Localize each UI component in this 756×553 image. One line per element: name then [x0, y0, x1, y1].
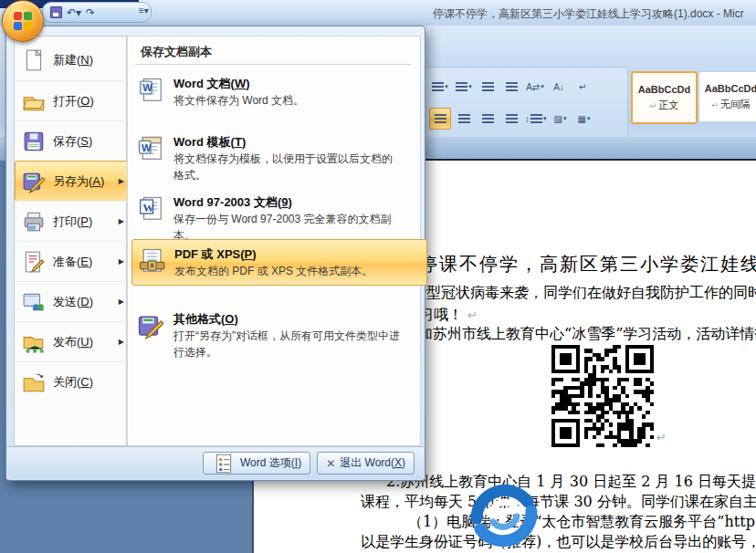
office-menu: 新建(N)打开(O)保存(S)另存为(A)▶打印(P)▶准备(E)▶发送(D)▶…: [5, 26, 425, 481]
menu-item-准备[interactable]: 准备(E)▶: [16, 241, 130, 281]
asian-layout-button[interactable]: A⇄▾: [524, 76, 546, 98]
multilevel-list-button[interactable]: ▾: [453, 76, 475, 98]
decrease-indent-button[interactable]: [477, 76, 499, 98]
doc-paragraph: （1）电脑端：登录“太仓市智慧教育云服务平台”http://www.: [408, 513, 756, 532]
send-icon: [22, 290, 46, 314]
menu-item-保存[interactable]: 保存(S): [16, 120, 130, 161]
exit-word-button[interactable]: ✕退出 Word(X): [317, 452, 415, 475]
save-as-option-5[interactable]: 其他格式(O)打开“另存为”对话框，从所有可用文件类型中进行选择。: [131, 305, 425, 366]
option-title: PDF 或 XPS(P): [174, 245, 373, 263]
redo-icon[interactable]: ↷: [86, 7, 95, 18]
doc-paragraph: 新型冠状病毒来袭，同学们在做好自我防护工作的同时，可以: [412, 284, 756, 303]
save-copy-header: 保存文档副本: [141, 44, 212, 60]
word-97-document-icon: W: [137, 195, 164, 223]
paragraph-mark: ↵: [711, 100, 719, 110]
menu-item-label: 发送(D): [53, 294, 93, 310]
title-bar: ↶▾ ↷ ≡▾ 停课不停学，高新区第三小学娄江娃线上学习攻略(1).docx -…: [0, 0, 756, 26]
align-left-button[interactable]: [429, 108, 451, 130]
office-menu-footer: Word 选项(I)✕退出 Word(X): [7, 446, 424, 479]
window-title: 停课不停学，高新区第三小学娄江娃线上学习攻略(1).docx - Micr: [433, 6, 744, 22]
save-icon[interactable]: [50, 6, 62, 18]
word-document-icon: W: [137, 77, 164, 104]
menu-item-label: 保存(S): [53, 133, 92, 150]
numbered-list-button[interactable]: ▾: [429, 76, 451, 98]
office-button[interactable]: [2, 0, 44, 42]
paragraph-mark: ↵: [467, 308, 478, 322]
menu-item-发送[interactable]: 发送(D)▶: [16, 281, 130, 321]
show-marks-button[interactable]: ↵: [572, 76, 593, 98]
svg-text:W: W: [142, 82, 152, 93]
doc-heading: 停课不停学，高新区第三小学娄江娃线上学: [419, 252, 756, 276]
submenu-arrow-icon: ▶: [119, 338, 124, 346]
menu-item-打开[interactable]: 打开(O): [16, 80, 130, 120]
save-as-icon: [22, 170, 46, 193]
menu-item-打印[interactable]: 打印(P)▶: [16, 201, 130, 241]
word-options-icon: [212, 452, 236, 475]
submenu-arrow-icon: ▶: [119, 217, 124, 225]
menu-item-label: 打印(P): [53, 214, 92, 230]
save-icon: [22, 130, 46, 153]
prepare-icon: [22, 250, 46, 274]
publish-icon: [22, 330, 46, 354]
menu-item-关闭[interactable]: 关闭(C): [16, 361, 130, 402]
justify-button[interactable]: [500, 108, 522, 130]
style-name: 正文: [658, 99, 678, 110]
menu-item-新建[interactable]: 新建(N): [16, 40, 130, 79]
borders-button[interactable]: ▦▾: [573, 108, 595, 130]
doc-paragraph: 以是学生身份证号码（推荐)，也可以是学校后台导出的账号，原始密码: [361, 533, 756, 552]
office-menu-right-panel: 保存文档副本 WWord 文档(W)将文件保存为 Word 文档。WWord 模…: [127, 36, 421, 446]
button-label: 退出 Word(X): [340, 455, 405, 471]
undo-icon[interactable]: ↶▾: [67, 7, 81, 18]
doc-paragraph: 课程，平均每天 5 节课，每节课 30 分钟。同学们课在家自主观看。登: [361, 493, 756, 512]
doc-paragraph: 2.苏州线上教育中心自 1 月 30 日起至 2 月 16 日每天提供小学一至: [386, 473, 756, 492]
menu-item-另存为[interactable]: 另存为(A)▶: [15, 161, 131, 202]
office-menu-left-column: 新建(N)打开(O)保存(S)另存为(A)▶打印(P)▶准备(E)▶发送(D)▶…: [14, 36, 127, 446]
align-right-button[interactable]: [477, 108, 499, 130]
doc-paragraph: 加苏州市线上教育中心“冰雪季”学习活动，活动详情扫描二: [418, 325, 756, 344]
increase-indent-button[interactable]: [500, 76, 522, 98]
menu-item-label: 发布(U): [53, 334, 93, 350]
menu-item-label: 准备(E): [53, 254, 92, 270]
style-无间隔[interactable]: AaBbCcDd↵无间隔: [698, 71, 756, 122]
sort-button[interactable]: A↓: [548, 76, 570, 98]
paragraph-mark: ↵: [650, 101, 657, 110]
align-center-button[interactable]: [453, 108, 475, 130]
shading-button[interactable]: ▨▾: [550, 108, 572, 130]
button-label: Word 选项(I): [240, 455, 301, 471]
option-description: 发布文档的 PDF 或 XPS 文件格式副本。: [174, 263, 373, 279]
new-document-icon: [22, 48, 46, 72]
save-as-option-1[interactable]: WWord 文档(W)将文件保存为 Word 文档。: [131, 69, 425, 114]
style-正文[interactable]: AaBbCcDd↵正文: [631, 71, 698, 124]
submenu-arrow-icon: ▶: [119, 177, 124, 185]
option-description: 将文件保存为 Word 文档。: [173, 92, 304, 109]
quick-access-toolbar: ↶▾ ↷: [42, 2, 152, 23]
header-separator: [135, 64, 411, 65]
menu-item-label: 新建(N): [53, 52, 93, 68]
submenu-arrow-icon: ▶: [119, 257, 124, 266]
menu-item-发布[interactable]: 发布(U)▶: [16, 321, 130, 361]
more-icon[interactable]: ≡▾: [139, 5, 149, 16]
style-sample: AaBbCcDd: [705, 83, 756, 94]
office-logo-icon: [13, 11, 33, 31]
other-format-icon: [137, 312, 164, 339]
option-title: Word 文档(W): [173, 75, 304, 92]
exit-x-icon: ✕: [326, 457, 335, 470]
style-sample: AaBbCcDd: [638, 84, 690, 95]
menu-item-label: 关闭(C): [53, 374, 93, 391]
word-template-icon: W: [137, 135, 164, 162]
word-options-button[interactable]: Word 选项(I): [203, 452, 310, 475]
menu-item-label: 另存为(A): [53, 173, 104, 190]
doc-paragraph: 习哦！ ↵: [419, 306, 478, 325]
qr-code-image: [551, 345, 654, 447]
paragraph-row-2: ↕▾▨▾▦▾: [429, 108, 595, 130]
printer-icon: [22, 210, 46, 234]
submenu-arrow-icon: ▶: [119, 297, 124, 306]
option-title: 其他格式(O): [173, 310, 402, 328]
option-title: Word 97-2003 文档(9): [173, 193, 402, 211]
save-as-option-2[interactable]: WWord 模板(T)将文档保存为模板，以便用于设置以后文档的格式。: [131, 128, 425, 189]
save-as-option-4[interactable]: PDF 或 XPS(P)发布文档的 PDF 或 XPS 文件格式副本。: [131, 239, 427, 286]
line-spacing-button[interactable]: ↕▾: [524, 108, 548, 130]
swirl-logo: [464, 476, 544, 553]
pdf-xps-icon: [138, 247, 165, 275]
style-name: 无间隔: [720, 99, 751, 110]
